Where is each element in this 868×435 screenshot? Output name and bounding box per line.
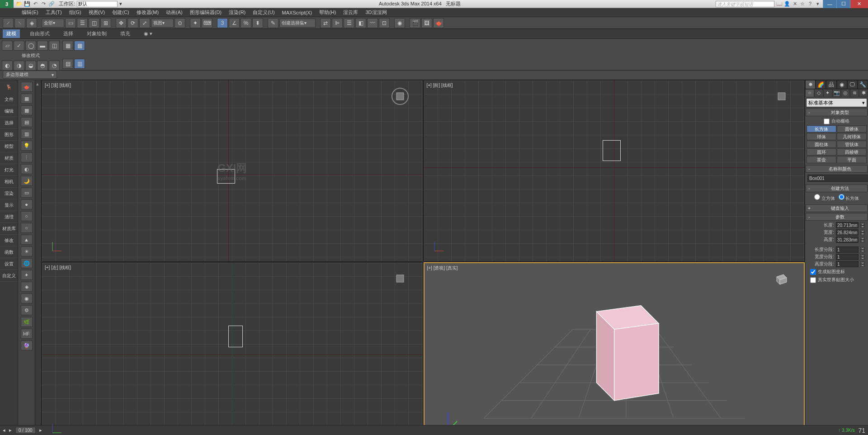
select-move-icon[interactable]: ✥ [116,18,127,28]
poly-d-icon[interactable]: ◓ [37,61,48,71]
minimize-button[interactable]: — [823,0,836,8]
menu-maxscript[interactable]: MAXScript(X) [278,9,316,16]
sel-b-icon[interactable]: ▩ [74,41,85,51]
viewport-front[interactable]: [+] [前] [线框] [424,80,805,262]
width-input[interactable] [836,229,859,236]
menu-help[interactable]: 帮助(H) [316,8,340,17]
genmap-checkbox[interactable] [810,269,816,275]
align-icon[interactable]: ⊫ [332,18,343,28]
viewport-top[interactable]: [+] [顶] [线框] GXI网system.com [42,80,423,262]
open-icon[interactable]: 📁 [15,0,23,8]
menu-group[interactable]: 组(G) [66,8,85,17]
menu-cloud[interactable]: 渲云库 [340,8,362,17]
nav-file[interactable]: 文件 [0,94,18,105]
box-radio[interactable]: 长方体 [839,194,859,202]
redo-icon[interactable]: ↷ [40,0,47,8]
menu-graph-editors[interactable]: 图形编辑器(D) [186,8,225,17]
deer-icon[interactable]: 🦌 [2,81,16,93]
menu-rendering[interactable]: 渲染(R) [225,8,249,17]
menu-views[interactable]: 视图(V) [85,8,109,17]
layer-explorer-icon[interactable]: ◧ [355,18,366,28]
select-manipulate-icon[interactable]: ✦ [190,18,201,28]
communication-icon[interactable]: ✕ [792,1,798,7]
select-scale-icon[interactable]: ⤢ [139,18,150,28]
lsegs-input[interactable] [836,246,859,253]
nav-render[interactable]: 渲染 [0,188,18,199]
menu-web[interactable]: 3D渲渲网 [362,8,390,17]
lsegs-spinner[interactable]: ▴▾ [860,247,865,252]
primitive-teapot-button[interactable]: 茶壶 [807,156,836,163]
grid-d-icon[interactable]: ▥ [21,129,33,139]
rollup-creation-method[interactable]: -创建方法 [806,184,868,192]
percent-snap-icon[interactable]: % [241,18,251,28]
undo-icon[interactable]: ↶ [32,0,39,8]
grass-icon[interactable]: 🌿 [21,317,33,327]
menu-modifiers[interactable]: 修改器(M) [133,8,163,17]
nav-select[interactable]: 选择 [0,117,18,129]
hsegs-spinner[interactable]: ▴▾ [860,261,865,267]
circle-a-icon[interactable]: ○ [21,211,33,221]
primitive-torus-button[interactable]: 圆环 [807,148,836,156]
primitive-plane-button[interactable]: 平面 [837,156,867,163]
viewcube-icon[interactable] [391,87,409,105]
selection-filter-dropdown[interactable]: 全部 ▾ [42,19,64,28]
nav-edit[interactable]: 编辑 [0,105,18,117]
hsegs-input[interactable] [836,261,859,267]
time-prev-icon[interactable]: ◂ [3,427,5,433]
hierarchy-tab-icon[interactable]: 品 [826,80,836,89]
gear-icon[interactable]: ⚙ [21,305,33,315]
primitive-tube-button[interactable]: 管状体 [837,141,867,148]
detail-icon[interactable]: ⋮ [21,152,33,162]
eye-icon[interactable]: ◐ [21,164,33,174]
systems-subtab-icon[interactable]: ✱ [859,89,868,97]
help-icon[interactable]: ? [807,1,813,7]
category-dropdown[interactable]: 标准基本体▾ [806,98,867,107]
time-next-icon[interactable]: ▸ [9,427,12,433]
sun-icon[interactable]: ☀ [21,246,33,256]
ribbon-tab-selection[interactable]: 选择 [60,29,77,38]
mirror-icon[interactable]: ⇄ [320,18,331,28]
nav-light[interactable]: 灯光 [0,164,18,176]
primitive-box-button[interactable]: 长方体 [807,125,836,132]
bind-spacewarp-icon[interactable]: ◈ [26,18,37,28]
nav-material[interactable]: 材质 [0,152,18,164]
sel-c-icon[interactable]: ▤ [62,59,73,69]
nav-display[interactable]: 显示 [0,199,18,211]
primitive-cone-button[interactable]: 圆锥体 [837,125,867,132]
more-b-icon[interactable]: ◈ [21,282,33,292]
more-a-icon[interactable]: ✦ [21,270,33,280]
sel-a-icon[interactable]: ▦ [62,41,73,51]
poly-flat-icon[interactable]: ▬ [37,41,48,51]
menu-edit[interactable]: 编辑(E) [18,8,42,17]
poly-convert-icon[interactable]: ▱ [2,41,13,51]
material-editor-icon[interactable]: ◉ [394,18,405,28]
lights-subtab-icon[interactable]: ✦ [823,89,832,97]
primitive-sphere-button[interactable]: 球体 [807,133,836,140]
viewport-top-label[interactable]: [+] [顶] [线框] [45,82,71,89]
render-setup-icon[interactable]: 🎬 [410,18,420,28]
motion-tab-icon[interactable]: ◉ [837,80,847,89]
wsegs-spinner[interactable]: ▴▾ [860,254,865,260]
cameras-subtab-icon[interactable]: 📷 [832,89,841,97]
sphere-l-icon[interactable]: ● [21,199,33,209]
ribbon-tab-object-paint[interactable]: 对象绘制 [83,29,110,38]
rollup-parameters[interactable]: -参数 [806,213,868,221]
viewcube-icon[interactable] [391,270,409,288]
display-tab-icon[interactable]: 🖵 [847,80,858,89]
primitive-pyramid-button[interactable]: 四棱锥 [837,148,867,156]
poly-cube-icon[interactable]: ◫ [49,41,60,51]
workspace-dropdown[interactable] [77,1,118,7]
select-name-icon[interactable]: ☰ [77,18,88,28]
rollup-keyboard-entry[interactable]: +键盘输入 [806,204,868,212]
app-logo-icon[interactable]: 3 [0,0,14,8]
object-name-input[interactable] [807,175,868,182]
grid-a-icon[interactable]: ▦ [21,94,33,104]
spinner-snap-icon[interactable]: ⬍ [252,18,263,28]
primitive-geosphere-button[interactable]: 几何球体 [837,133,867,140]
bulb-icon[interactable]: 💡 [21,141,33,151]
window-crossing-icon[interactable]: ⊞ [100,18,111,28]
menu-create[interactable]: 创建(C) [108,8,132,17]
nav-matlib[interactable]: 材质库 [0,223,18,235]
unlink-icon[interactable]: ⟍ [14,18,25,28]
poly-c-icon[interactable]: ◒ [25,61,36,71]
